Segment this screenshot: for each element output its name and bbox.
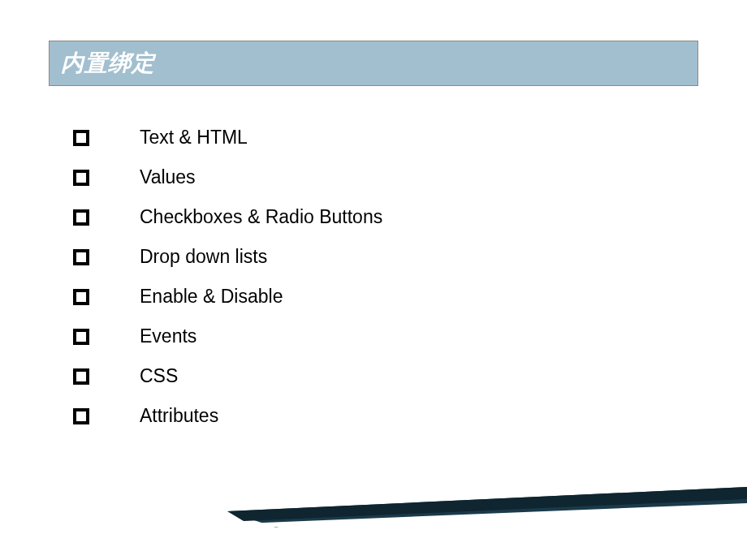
list-item: Enable & Disable: [73, 286, 698, 308]
square-bullet-icon: [73, 408, 89, 424]
list-item: Drop down lists: [73, 246, 698, 268]
square-bullet-icon: [73, 368, 89, 385]
list-item-label: Enable & Disable: [140, 286, 283, 308]
square-bullet-icon: [73, 170, 89, 186]
bullet-list: Text & HTML Values Checkboxes & Radio Bu…: [73, 127, 698, 427]
svg-marker-2: [227, 487, 747, 521]
square-bullet-icon: [73, 329, 89, 345]
decorative-swoosh-icon: [0, 463, 747, 560]
list-item: CSS: [73, 365, 698, 387]
square-bullet-icon: [73, 209, 89, 226]
list-item: Events: [73, 325, 698, 347]
slide-title: 内置绑定: [61, 50, 155, 75]
list-item-label: Values: [140, 166, 196, 188]
list-item-label: CSS: [140, 365, 178, 387]
list-item: Attributes: [73, 405, 698, 427]
list-item-label: Text & HTML: [140, 127, 248, 149]
list-item-label: Drop down lists: [140, 246, 267, 268]
svg-marker-0: [227, 487, 747, 528]
title-bar: 内置绑定: [49, 41, 698, 86]
list-item-label: Checkboxes & Radio Buttons: [140, 206, 382, 228]
list-item-label: Attributes: [140, 405, 218, 427]
square-bullet-icon: [73, 249, 89, 265]
square-bullet-icon: [73, 289, 89, 305]
list-item: Text & HTML: [73, 127, 698, 149]
square-bullet-icon: [73, 130, 89, 146]
list-item-label: Events: [140, 325, 196, 347]
list-item: Values: [73, 166, 698, 188]
list-item: Checkboxes & Radio Buttons: [73, 206, 698, 228]
svg-marker-1: [244, 503, 747, 560]
